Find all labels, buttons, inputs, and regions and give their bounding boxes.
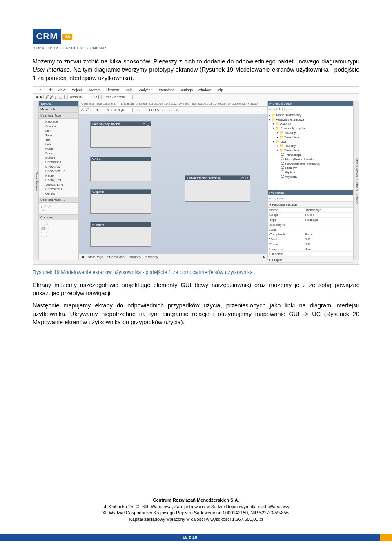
screen-przelew[interactable]: Przelew xyxy=(90,222,151,247)
diagram-tabs[interactable]: ◀ Start Page *Transakcje *Raporty *Rapor… xyxy=(79,254,267,260)
paragraph-3: Następnie mapujemy ekrany do odpowiednic… xyxy=(33,301,359,326)
properties-title: Properties xyxy=(268,190,353,195)
tool-item[interactable]: Radio, Left xyxy=(39,178,78,182)
logo-badge: CRM xyxy=(33,29,61,44)
toolbox-pane: Toolbox More tools User Interface Packag… xyxy=(39,101,79,260)
tool-item[interactable]: Horizontal Li xyxy=(39,187,78,191)
footer-line: ul. Kłobucka 25, 02-699 Warszawa, Zareje… xyxy=(0,504,392,510)
figure-caption: Rysunek 19 Modelowanie ekranów użytkowni… xyxy=(33,269,359,275)
menu-item[interactable]: Help xyxy=(216,88,223,92)
footer-line: Kapitał zakładowy wpłacony w całości w w… xyxy=(0,516,392,523)
tool-item[interactable]: Radio xyxy=(39,173,78,178)
project-tree[interactable]: ▸ 📁 Model biznesowy ▾ 📁 Analiza systemow… xyxy=(268,112,353,190)
menu-item[interactable]: View xyxy=(58,88,65,92)
toolbox-section-common[interactable]: Common xyxy=(39,214,78,220)
page-bar: 15 z 18 xyxy=(0,534,392,541)
ea-menubar[interactable]: File Edit View Project Diagram Element T… xyxy=(33,87,359,94)
screen-wplata[interactable]: Wpłata xyxy=(90,157,151,181)
screen-potwierdzenie[interactable]: Potwierdzenie transakcji▭ ◻ xyxy=(185,175,250,202)
toolbox-section-ui[interactable]: User Interface xyxy=(39,112,78,119)
toolbox-title: Toolbox xyxy=(39,101,78,106)
tool-item[interactable]: Screen xyxy=(39,124,78,128)
tool-item[interactable]: Table xyxy=(39,133,78,137)
ea-toolbar[interactable]: ◀ ▶ | 🖉 🖉 ⬚ ⬚ | <default> ▫ ▫ | Basic - … xyxy=(33,94,359,101)
tool-item[interactable]: Label xyxy=(39,142,78,146)
tab-transakcje[interactable]: *Transakcje xyxy=(107,255,125,259)
combo-fmt-style[interactable]: Default Style xyxy=(105,108,133,112)
tab-raporty2[interactable]: *Raporty xyxy=(145,255,158,259)
menu-item[interactable]: Window xyxy=(198,88,211,92)
combo-default[interactable]: <default> xyxy=(67,95,91,99)
properties-pane[interactable]: ▾ Package Settings NameTransakcje ScopeP… xyxy=(268,202,353,265)
vtab-team-review[interactable]: Team Review xyxy=(33,101,39,260)
combo-style[interactable]: Basic - Normal xyxy=(101,95,132,99)
toolbox-section-ui2[interactable]: User Interface ... xyxy=(39,197,78,203)
tool-item[interactable]: Form xyxy=(39,146,78,151)
footer-line: XII Wydział Gospodarczy Krajowego Rejest… xyxy=(0,510,392,516)
logo: CRM SA ® A DEVOTEAM CONSULTING COMPANY xyxy=(33,29,359,50)
logo-sa: SA xyxy=(62,34,72,40)
accent-block xyxy=(380,534,392,541)
screen-wyplata[interactable]: Wypłata xyxy=(90,189,151,214)
tool-item[interactable]: Button xyxy=(39,155,78,160)
screen-identyfikacja[interactable]: Identyfikacja klienta▭ ◻ xyxy=(90,121,151,148)
vtab-model-views[interactable]: Model Views Element Browser xyxy=(353,101,359,260)
paragraph-2: Ekrany możemy uszczegółowić projektując … xyxy=(33,281,359,298)
menu-item[interactable]: Edit xyxy=(47,88,53,92)
menu-item[interactable]: Extensions xyxy=(156,88,174,92)
tool-item[interactable]: Panel xyxy=(39,151,78,155)
format-toolbar[interactable]: A A¯ ▫ · · 1 · Default Style ▫ ▫ · · · B… xyxy=(79,107,267,114)
tool-item[interactable]: Package xyxy=(39,119,78,124)
tool-item[interactable]: Object xyxy=(39,191,78,196)
menu-item[interactable]: Tools xyxy=(124,88,132,92)
menu-item[interactable]: File xyxy=(36,88,42,92)
menu-item[interactable]: Settings xyxy=(180,88,193,92)
project-browser-title: Project Browser xyxy=(268,101,353,106)
page-footer: Centrum Rozwiązań Menedżerskich S.A. ul.… xyxy=(0,497,392,523)
tool-item[interactable]: Vertical Line xyxy=(39,182,78,187)
menu-item[interactable]: Diagram xyxy=(87,88,100,92)
tool-item[interactable]: List xyxy=(39,128,78,133)
menu-item[interactable]: Project xyxy=(70,88,82,92)
ea-screenshot: File Edit View Project Diagram Element T… xyxy=(33,86,359,265)
tab-start[interactable]: Start Page xyxy=(88,255,103,259)
canvas-header: User Interface Diagram: "Transakcje" cre… xyxy=(79,101,267,107)
tool-item[interactable]: Checkbox, La xyxy=(39,169,78,173)
tab-raporty1[interactable]: *Raporty xyxy=(129,255,141,259)
tool-item[interactable]: Checkbox xyxy=(39,164,78,169)
menu-item[interactable]: Element xyxy=(105,88,119,92)
logo-tagline: A DEVOTEAM CONSULTING COMPANY xyxy=(33,46,359,50)
diagram-canvas[interactable]: Identyfikacja klienta▭ ◻ Wpłata Wypłata … xyxy=(79,114,267,254)
paragraph-1: Możemy to znowu zrobić na kilka sposobów… xyxy=(33,57,359,82)
page-number: 15 z 18 xyxy=(0,534,380,541)
toolbox-more[interactable]: More tools xyxy=(39,106,78,112)
tool-item[interactable]: Text xyxy=(39,137,78,142)
footer-title: Centrum Rozwiązań Menedżerskich S.A. xyxy=(0,497,392,503)
tool-item[interactable]: Combobox xyxy=(39,160,78,164)
menu-item[interactable]: Analyzer xyxy=(137,88,151,92)
